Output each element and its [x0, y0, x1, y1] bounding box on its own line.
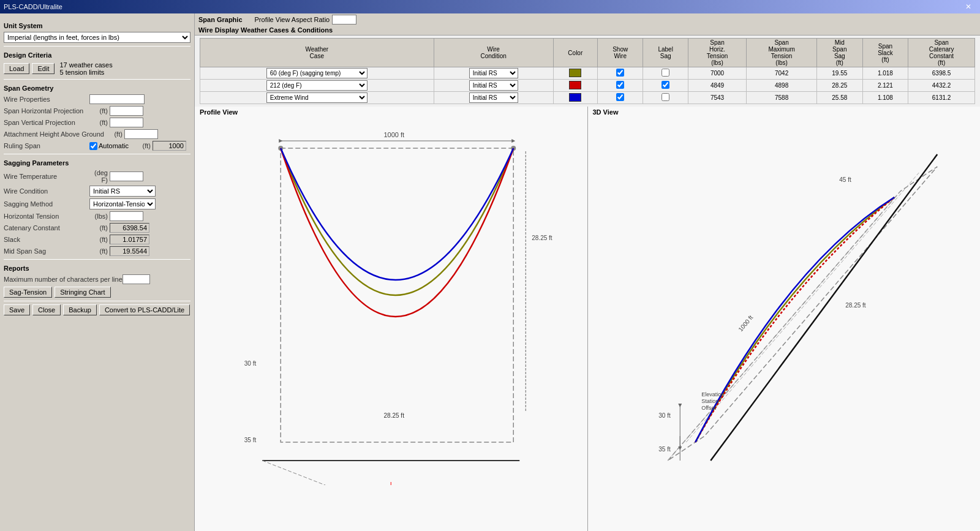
col-weather-case: WeatherCase — [200, 39, 434, 67]
wire-condition-select-1[interactable]: Initial RS — [469, 80, 518, 91]
span-graphic-row: Span Graphic Profile View Aspect Ratio 2… — [198, 15, 976, 24]
main-container: Unit System Imperial (lengths in feet, f… — [0, 13, 980, 531]
convert-button[interactable]: Convert to PLS-CADD/Lite — [99, 304, 190, 315]
show-wire-cb-1[interactable] — [616, 81, 624, 89]
profile-view: Profile View 1000 ft 30 ft 35 ft — [195, 107, 588, 531]
ruling-span-label: Ruling Span — [4, 142, 89, 149]
weather-case-cell[interactable]: 60 (deg F) (sagging temp) — [200, 67, 434, 80]
weather-case-cell[interactable]: Extreme Wind — [200, 92, 434, 104]
mid-span-sag-value: 19.5544 — [110, 246, 149, 256]
color-box — [569, 69, 581, 77]
weather-case-select-0[interactable]: 60 (deg F) (sagging temp) — [266, 68, 368, 78]
max_tension-cell: 7042 — [747, 67, 817, 80]
label-sag-cb-1[interactable] — [662, 81, 669, 89]
show-wire-cell[interactable] — [597, 80, 643, 92]
sag-tension-button[interactable]: Sag-Tension — [4, 287, 52, 298]
show-wire-cb-2[interactable] — [616, 93, 624, 101]
catenary-value: 6398.54 — [110, 223, 149, 233]
wire-condition-select-0[interactable]: Initial RS — [469, 68, 518, 78]
stringing-chart-button[interactable]: Stringing Chart — [55, 287, 110, 298]
label-sag-cb-2[interactable] — [662, 93, 669, 101]
mid-span-sag-row: Mid Span Sag (ft) 19.5544 — [4, 246, 190, 256]
col-mid-sag: MidSpanSag(ft) — [816, 39, 862, 67]
svg-text:28.25 ft: 28.25 ft — [845, 302, 866, 309]
profile-aspect-input[interactable]: 20 — [332, 15, 356, 24]
label-sag-cell[interactable] — [643, 92, 688, 104]
span-geometry-label: Span Geometry — [4, 85, 190, 92]
ruling-span-unit: (ft) — [132, 142, 151, 149]
wire-condition-row: Wire Condition Initial RS Final RS Creep — [4, 186, 190, 197]
span-vert-input[interactable]: 30 — [110, 118, 143, 127]
horiz-tension-input[interactable]: 7000 — [110, 211, 143, 221]
wire-temp-label: Wire Temperature — [4, 173, 89, 180]
unit-system-label: Unit System — [4, 22, 190, 29]
catenary-cell: 6131.2 — [908, 92, 975, 104]
label-sag-cell[interactable] — [643, 67, 688, 80]
max_tension-cell: 7588 — [747, 92, 817, 104]
slack-cell: 1.018 — [862, 67, 908, 80]
close-button[interactable]: Close — [32, 304, 61, 315]
weather-case-select-2[interactable]: Extreme Wind — [266, 92, 368, 103]
show-wire-cb-0[interactable] — [616, 69, 624, 77]
wire-condition-select-2[interactable]: Initial RS — [469, 92, 518, 103]
wire-properties-label: Wire Properties — [4, 96, 89, 103]
span-label: 1000 ft — [383, 131, 404, 138]
wire-olive — [281, 148, 513, 295]
col-color: Color — [553, 39, 597, 67]
weather-case-select-1[interactable]: 212 (deg F) — [266, 80, 368, 91]
wire-condition-select[interactable]: Initial RS Final RS Creep — [89, 186, 156, 197]
slack-unit: (ft) — [89, 236, 108, 243]
svg-text:30 ft: 30 ft — [658, 412, 671, 419]
wire-temp-input[interactable]: 60 — [110, 171, 143, 181]
wire-condition-cell[interactable]: Initial RS — [434, 80, 553, 92]
sagging-method-select[interactable]: Horizontal-Tension Sag-Tension Stringing — [89, 198, 156, 209]
table-row: 60 (deg F) (sagging temp)Initial RS70007… — [200, 67, 975, 80]
sagging-params-label: Sagging Parameters — [4, 159, 190, 167]
load-button[interactable]: Load — [4, 63, 29, 74]
col-horiz-tension: SpanHoriz.Tension(lbs) — [688, 39, 746, 67]
weather-case-cell[interactable]: 212 (deg F) — [200, 80, 434, 92]
table-row: Extreme WindInitial RS7543758825.581.108… — [200, 92, 975, 104]
span-horiz-input[interactable]: 1000 — [110, 106, 143, 116]
wire-properties-row: Wire Properties drake_acsr.wir — [4, 94, 190, 104]
span-vert-row: Span Vertical Projection (ft) 30 — [4, 118, 190, 127]
unit-system-row: Imperial (lengths in feet, forces in lbs… — [4, 32, 190, 43]
close-window-button[interactable]: ✕ — [960, 1, 976, 12]
3d-view: 3D View 45 ft 100 — [588, 107, 981, 531]
ruling-span-auto-checkbox[interactable] — [89, 142, 97, 150]
attach-height-unit: (ft) — [104, 130, 123, 138]
save-button[interactable]: Save — [4, 304, 30, 315]
unit-system-select[interactable]: Imperial (lengths in feet, forces in lbs… — [4, 32, 190, 43]
edit-button[interactable]: Edit — [32, 63, 55, 74]
col-max-tension: SpanMaximumTension(lbs) — [747, 39, 817, 67]
slack-cell: 2.121 — [862, 80, 908, 92]
color-cell — [553, 67, 597, 80]
max-chars-label: Maximum number of characters per line — [4, 276, 123, 283]
label-sag-cb-0[interactable] — [662, 69, 669, 77]
attach-height-input[interactable]: 50 — [124, 129, 158, 139]
ruling-span-row: Ruling Span Automatic (ft) 1000 — [4, 141, 190, 151]
svg-text:35 ft: 35 ft — [244, 437, 257, 443]
span-horiz-unit: (ft) — [89, 107, 108, 115]
ruling-span-value: 1000 — [153, 141, 186, 151]
wire-file-input[interactable]: drake_acsr.wir — [89, 94, 145, 104]
wire-condition-cell[interactable]: Initial RS — [434, 67, 553, 80]
right-panel: Span Graphic Profile View Aspect Ratio 2… — [195, 13, 980, 531]
profile-view-title: Profile View — [195, 107, 587, 118]
max-chars-input[interactable]: 180 — [123, 274, 150, 284]
wire-condition-cell[interactable]: Initial RS — [434, 92, 553, 104]
title-bar: PLS-CADD/Ultralite ✕ — [0, 0, 980, 13]
backup-button[interactable]: Backup — [63, 304, 97, 315]
svg-text:Station: Station — [701, 398, 718, 404]
show-wire-cell[interactable] — [597, 67, 643, 80]
horiz-tension-label: Horizontal Tension — [4, 213, 89, 220]
color-cell — [553, 92, 597, 104]
app-title: PLS-CADD/Ultralite — [4, 3, 62, 10]
span-graphic-label: Span Graphic — [198, 16, 243, 23]
span-vert-label: Span Vertical Projection — [4, 119, 89, 126]
label-sag-cell[interactable] — [643, 80, 688, 92]
3d-wire-olive — [695, 197, 894, 442]
catenary-row: Catenary Constant (ft) 6398.54 — [4, 223, 190, 233]
sep3 — [4, 154, 190, 154]
show-wire-cell[interactable] — [597, 92, 643, 104]
